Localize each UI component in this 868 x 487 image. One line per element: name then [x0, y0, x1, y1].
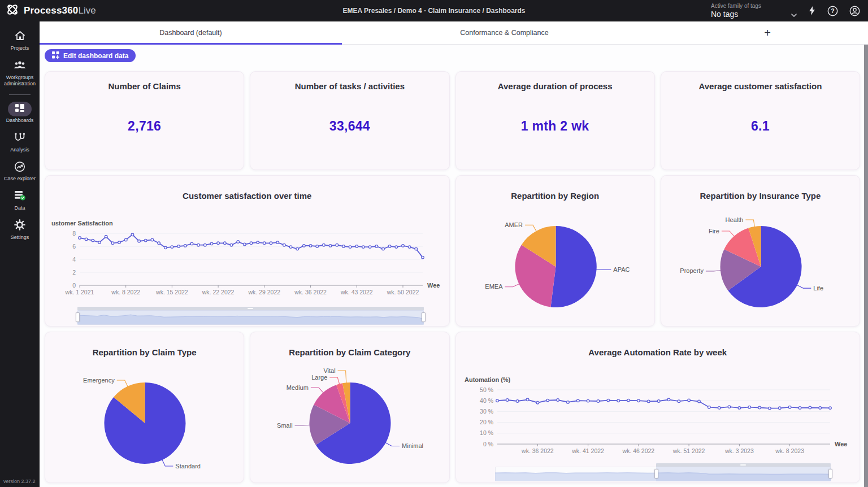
- data-point[interactable]: [263, 242, 266, 245]
- vertical-scrollbar-thumb[interactable]: [864, 45, 868, 487]
- region-pie-chart[interactable]: APACEMEAAMER: [456, 207, 654, 320]
- sidebar-item-projects[interactable]: Projects: [0, 26, 40, 55]
- data-point[interactable]: [105, 236, 107, 238]
- data-point[interactable]: [131, 233, 134, 236]
- data-point[interactable]: [164, 246, 167, 249]
- data-point[interactable]: [556, 399, 559, 402]
- data-point[interactable]: [728, 406, 731, 408]
- data-point[interactable]: [171, 246, 173, 249]
- data-point[interactable]: [111, 242, 114, 245]
- edit-dashboard-data-button[interactable]: Edit dashboard data: [45, 49, 136, 62]
- insurance-pie-svg[interactable]: LifePropertyFireHealth: [661, 207, 860, 320]
- sidebar-item-analysis[interactable]: Analysis: [0, 128, 40, 157]
- bolt-icon[interactable]: [808, 6, 816, 16]
- satisfaction-chart-svg[interactable]: ustomer Satisfaction02468wk. 1 2021wk. 8…: [50, 219, 445, 301]
- sidebar-item-dashboards[interactable]: Dashboards: [0, 98, 40, 128]
- automation-range-brush[interactable]: [495, 463, 831, 481]
- claim-category-pie-chart[interactable]: MinimalSmallMediumLargeVital: [250, 364, 449, 477]
- data-point[interactable]: [349, 246, 351, 249]
- data-point[interactable]: [388, 245, 391, 248]
- data-point[interactable]: [607, 399, 610, 402]
- data-point[interactable]: [576, 399, 579, 402]
- data-point[interactable]: [237, 241, 240, 244]
- brush-handle-right[interactable]: [422, 312, 426, 322]
- data-point[interactable]: [536, 401, 539, 404]
- data-point[interactable]: [506, 399, 509, 402]
- add-tab-button[interactable]: +: [667, 21, 868, 44]
- automation-chart-svg[interactable]: Automation (%)0 %10 %20 %30 %40 %50 %wk.…: [461, 375, 856, 458]
- data-point[interactable]: [546, 399, 549, 402]
- sidebar-item-case-explorer[interactable]: Case explorer: [0, 156, 40, 186]
- data-point[interactable]: [190, 242, 193, 245]
- data-point[interactable]: [788, 406, 791, 408]
- data-point[interactable]: [250, 242, 253, 245]
- data-point[interactable]: [828, 407, 831, 410]
- data-point[interactable]: [697, 400, 700, 403]
- claim-category-pie-svg[interactable]: MinimalSmallMediumLargeVital: [250, 364, 449, 477]
- data-point[interactable]: [283, 244, 286, 246]
- data-point[interactable]: [402, 245, 405, 247]
- data-point[interactable]: [809, 406, 811, 409]
- data-point[interactable]: [738, 407, 741, 410]
- data-point[interactable]: [204, 244, 207, 246]
- data-point[interactable]: [657, 400, 660, 403]
- data-point[interactable]: [177, 245, 180, 248]
- data-point[interactable]: [496, 399, 498, 402]
- satisfaction-range-brush[interactable]: [77, 307, 424, 325]
- data-point[interactable]: [678, 400, 680, 403]
- data-point[interactable]: [230, 244, 233, 246]
- data-point[interactable]: [151, 238, 154, 241]
- data-point[interactable]: [395, 246, 398, 249]
- sidebar-item-data[interactable]: Data: [0, 186, 40, 215]
- data-point[interactable]: [296, 247, 299, 250]
- brush-selection[interactable]: [77, 307, 424, 325]
- tab-dashboard-default[interactable]: Dashboard (default): [40, 21, 342, 44]
- brush-handle-left[interactable]: [654, 469, 658, 479]
- data-point[interactable]: [637, 399, 640, 402]
- data-point[interactable]: [144, 239, 147, 242]
- data-point[interactable]: [415, 247, 418, 250]
- data-point[interactable]: [667, 398, 670, 401]
- data-point[interactable]: [85, 238, 88, 241]
- data-point[interactable]: [748, 406, 750, 408]
- data-point[interactable]: [303, 245, 306, 247]
- brush-selection[interactable]: [656, 463, 831, 481]
- automation-line-chart[interactable]: Automation (%)0 %10 %20 %30 %40 %50 %wk.…: [456, 375, 860, 460]
- data-point[interactable]: [408, 246, 411, 249]
- data-point[interactable]: [276, 241, 279, 244]
- data-point[interactable]: [818, 407, 821, 410]
- data-point[interactable]: [362, 246, 365, 249]
- data-point[interactable]: [597, 400, 600, 403]
- data-point[interactable]: [217, 242, 220, 245]
- data-point[interactable]: [316, 245, 319, 248]
- data-point[interactable]: [768, 407, 771, 410]
- data-point[interactable]: [224, 242, 227, 245]
- data-point[interactable]: [566, 401, 569, 404]
- data-point[interactable]: [329, 245, 332, 247]
- data-point[interactable]: [79, 237, 81, 240]
- data-point[interactable]: [526, 398, 529, 401]
- data-point[interactable]: [98, 241, 101, 244]
- data-point[interactable]: [375, 245, 378, 248]
- brush-handle-left[interactable]: [76, 312, 80, 322]
- data-point[interactable]: [627, 399, 630, 402]
- help-icon[interactable]: ?: [827, 6, 838, 16]
- data-point[interactable]: [289, 246, 292, 249]
- data-point[interactable]: [708, 406, 710, 408]
- data-point[interactable]: [342, 245, 345, 248]
- region-pie-svg[interactable]: APACEMEAAMER: [456, 207, 654, 320]
- data-point[interactable]: [647, 400, 650, 403]
- pie-slice-APAC[interactable]: [550, 226, 596, 307]
- data-point[interactable]: [92, 239, 94, 242]
- data-point[interactable]: [382, 247, 385, 250]
- brush-selection-strip[interactable]: [656, 463, 831, 467]
- data-point[interactable]: [257, 241, 259, 244]
- data-point[interactable]: [124, 238, 127, 241]
- sidebar-item-settings[interactable]: Settings: [0, 215, 40, 245]
- satisfaction-line-chart[interactable]: ustomer Satisfaction02468wk. 1 2021wk. 8…: [45, 219, 449, 303]
- sidebar-item-workgroups[interactable]: Workgroups administration: [0, 55, 40, 91]
- data-point[interactable]: [197, 244, 200, 246]
- insurance-pie-chart[interactable]: LifePropertyFireHealth: [661, 207, 860, 320]
- data-point[interactable]: [244, 243, 246, 246]
- tab-conformance-compliance[interactable]: Conformance & Compliance: [342, 21, 667, 44]
